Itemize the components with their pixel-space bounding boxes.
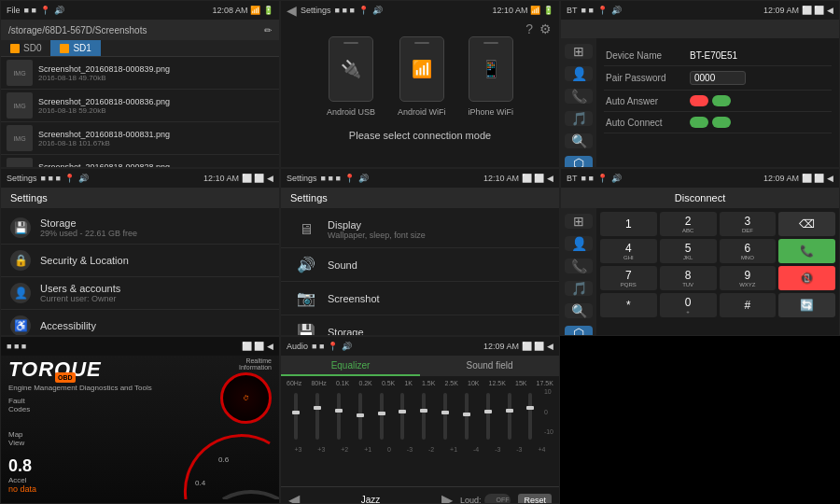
bt-grid-icon[interactable]: ⊞ [565,44,593,59]
file-item[interactable]: IMG Screenshot_20160818-000836.png 2016-… [1,90,279,122]
bt-device-name-value: BT-E70E51 [690,50,830,61]
volume-icon-p1: 🔊 [54,6,64,15]
nav-icons-p3: ⬜ ⬜ ◀ [802,6,833,15]
file-name: Screenshot_20160818-000831.png [38,130,273,139]
eq-slider-7[interactable] [422,393,426,440]
eq-slider-10[interactable] [486,393,490,440]
file-name: Screenshot_20160818-000836.png [38,97,273,106]
bt-bluetooth-icon[interactable]: ⬡ [565,156,593,168]
svg-text:0.6: 0.6 [218,455,230,464]
help-icon-p2[interactable]: ? [525,21,533,36]
dial-search-icon[interactable]: 🔍 [565,303,593,318]
edit-icon[interactable]: ✏ [264,25,272,35]
menu-item-screenshot[interactable]: 📷 Screenshot [281,282,559,315]
dial-key-star[interactable]: * [600,293,657,317]
realtime-info-label[interactable]: RealtimeInformation [220,357,272,371]
status-icons-p6: ■ ■ [581,174,594,183]
bt-auto-answer-off-toggle[interactable] [690,95,708,106]
eq-slider-3[interactable] [337,393,341,440]
torque-obd-icon[interactable]: OBD [55,372,76,383]
dial-key-call[interactable]: 📞 [778,239,835,263]
nav-icons-p6: ⬜ ⬜ ◀ [802,174,833,183]
dial-key-end[interactable]: 📵 [778,266,835,290]
eq-slider-1[interactable] [294,393,298,440]
tab-equalizer[interactable]: Equalizer [281,356,420,376]
back-icon-p2[interactable]: ◀ [287,3,297,18]
bt-call-icon[interactable]: 📞 [565,89,593,104]
bt-person-icon[interactable]: 👤 [565,66,593,81]
dial-key-hash[interactable]: # [720,293,777,317]
dial-key-6[interactable]: 6MNO [720,239,777,263]
conn-iphone-wifi[interactable]: 📱 iPhone WiFi [469,36,514,117]
conn-android-wifi[interactable]: 📶 Android WiFi [398,36,446,117]
dial-key-2[interactable]: 2ABC [660,212,717,236]
dial-key-8[interactable]: 8TUV [660,266,717,290]
menu-item-storage[interactable]: 💾 Storage [281,315,559,336]
dial-key-7[interactable]: 7PQRS [600,266,657,290]
drive-sd0-label: SD0 [23,43,41,53]
dial-key-backspace[interactable]: ⌫ [778,212,835,236]
dial-key-9[interactable]: 9WXYZ [720,266,777,290]
file-item[interactable]: IMG Screenshot_20160818-000831.png 2016-… [1,122,279,155]
dial-call-icon[interactable]: 📞 [565,259,593,273]
eq-slider-2[interactable] [315,393,319,440]
gear-icon-p2[interactable]: ⚙ [539,21,552,36]
eq-reset-button[interactable]: Reset [518,494,552,505]
tab-sound-field[interactable]: Sound field [420,356,559,376]
eq-slider-4[interactable] [358,393,362,440]
eq-slider-12[interactable] [528,393,532,440]
security-icon: 🔒 [10,250,31,271]
eq-slider-8[interactable] [443,393,447,440]
eq-area: 60Hz 80Hz 0.1K 0.2K 0.5K 1K 1.5K 2.5K 10… [281,376,559,486]
eq-prev-button[interactable]: ◀ [288,491,300,504]
status-bar-p7: ■ ■ ■ ⬜ ⬜ ◀ [1,337,279,356]
status-bar-p6: BT ■ ■ 📍 🔊 12:09 AM ⬜ ⬜ ◀ [561,169,839,188]
eq-loud-toggle[interactable] [484,494,511,505]
file-item[interactable]: IMG Screenshot_20160818-000839.png 2016-… [1,57,279,90]
dial-key-refresh[interactable]: 🔄 [778,293,835,317]
volume-icon-p5: 🔊 [358,174,369,183]
eq-tab-bar: Equalizer Sound field [281,356,559,376]
settings-item-accessibility[interactable]: ♿ Accessibility [1,310,279,336]
bt-auto-answer-on-toggle[interactable] [712,95,731,106]
drive-sd1[interactable]: SD1 [50,40,100,56]
settings-list-p4: 💾 Storage 29% used - 22.61 GB free 🔒 Sec… [1,208,279,336]
dial-key-1[interactable]: 1 [600,212,657,236]
dial-grid-icon[interactable]: ⊞ [565,214,593,229]
eq-slider-11[interactable] [508,393,511,440]
eq-slider-5[interactable] [380,393,384,440]
bt-auto-connect-toggle2[interactable] [712,117,731,128]
conn-android-usb[interactable]: 🔌 Android USB [327,36,375,117]
eq-slider-9[interactable] [465,393,469,440]
settings-item-users[interactable]: 👤 Users & accounts Current user: Owner [1,277,279,310]
dial-key-5[interactable]: 5JKL [660,239,717,263]
drive-sd0[interactable]: SD0 [1,40,50,56]
bt-disconnect-label: Disconnect [561,188,839,208]
bt-music-icon[interactable]: 🎵 [565,111,593,126]
file-item[interactable]: IMG Screenshot_20160818-000828.png 2016-… [1,155,279,168]
dial-person-icon[interactable]: 👤 [565,236,593,251]
nav-icons-p8: ⬜ ⬜ ◀ [522,342,553,351]
location-icon-p2: 📍 [358,6,369,15]
eq-db-scale: 10 0 -10 [540,388,553,435]
dial-key-4[interactable]: 4GHI [600,239,657,263]
map-view-label[interactable]: MapView [8,430,24,447]
menu-item-display[interactable]: 🖥 Display Wallpaper, sleep, font size [281,212,559,248]
dial-key-0[interactable]: 0+ [660,293,717,317]
bt-main-content: Device Name BT-E70E51 Pair Password Auto… [596,38,839,167]
bt-pair-password-input[interactable] [690,71,746,85]
dial-bt-icon[interactable]: ⬡ [565,326,593,336]
storage-icon-p5: 💾 [296,323,316,336]
bt-search-icon[interactable]: 🔍 [565,133,593,148]
menu-item-sound[interactable]: 🔊 Sound [281,248,559,282]
dial-music-icon[interactable]: 🎵 [565,281,593,296]
eq-slider-6[interactable] [400,393,404,440]
fault-codes-label[interactable]: FaultCodes [8,397,30,413]
eq-next-button[interactable]: ▶ [441,491,453,504]
status-bar-p4: Settings ■ ■ ■ 📍 🔊 12:10 AM ⬜ ⬜ ◀ [1,169,279,188]
dial-key-3[interactable]: 3DEF [720,212,777,236]
settings-item-storage[interactable]: 💾 Storage 29% used - 22.61 GB free [1,212,279,245]
bt-auto-connect-on-toggle[interactable] [690,117,708,128]
volume-icon-p2: 🔊 [372,6,383,15]
settings-item-security[interactable]: 🔒 Security & Location [1,245,279,277]
